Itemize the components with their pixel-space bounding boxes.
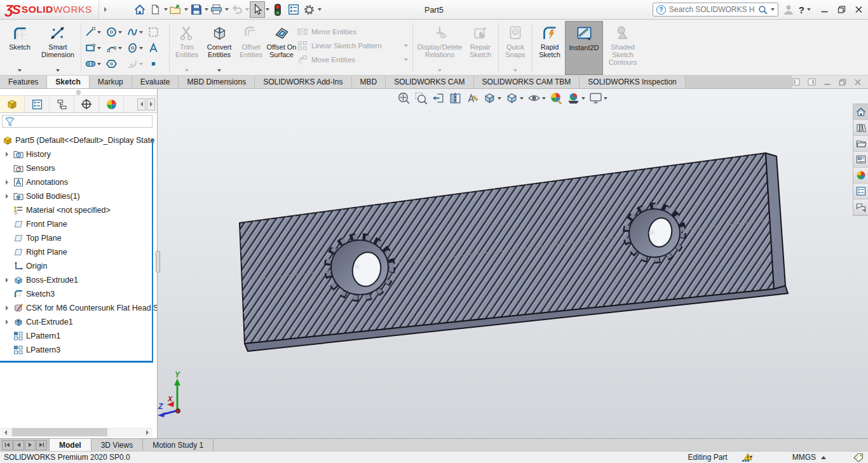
tab-display-manager[interactable] [99, 96, 124, 112]
expand-arrow-icon[interactable] [6, 194, 8, 199]
tab-solidworks-cam[interactable]: SOLIDWORKS CAM [386, 76, 473, 88]
linear-sketch-pattern-caret[interactable] [404, 44, 408, 47]
custom-properties-button[interactable] [853, 184, 868, 199]
appearances-scenes-button[interactable] [853, 168, 868, 184]
design-library-button[interactable] [853, 120, 868, 136]
rebuild-button[interactable] [270, 1, 285, 18]
point-tool[interactable] [146, 56, 167, 72]
display-delete-relations-caret[interactable] [438, 69, 442, 72]
tab-feature-manager[interactable] [0, 96, 25, 112]
tree-item-boss-extrude1[interactable]: Boss-Extrude1 [2, 273, 157, 287]
mirror-entities-button[interactable]: Mirror Entities [297, 27, 410, 37]
rectangle-tool[interactable] [83, 40, 104, 56]
tree-item-history[interactable]: History [2, 147, 157, 161]
home-button[interactable] [132, 1, 147, 18]
last-tab-button[interactable] [36, 440, 47, 450]
open-caret[interactable] [184, 8, 188, 11]
tree-item-sensors[interactable]: Sensors [2, 161, 157, 175]
tree-item-material[interactable]: Material <not specified> [2, 203, 157, 217]
doc-restore-button[interactable] [839, 79, 846, 86]
view-palette-button[interactable] [853, 152, 868, 168]
scrollbar-thumb[interactable] [12, 428, 107, 436]
panel-horizontal-scrollbar[interactable] [1, 427, 153, 437]
quick-snaps-button[interactable]: Quick Snaps [501, 21, 530, 75]
tab-dimxpert-manager[interactable] [74, 96, 99, 112]
select-button[interactable] [250, 1, 265, 18]
minimize-button[interactable] [820, 6, 829, 13]
section-view-button[interactable] [448, 91, 463, 105]
tab-solidworks-cam-tbm[interactable]: SOLIDWORKS CAM TBM [474, 76, 580, 88]
slot-caret[interactable] [97, 63, 101, 65]
dynamic-annotation-views-button[interactable] [465, 91, 480, 105]
expand-arrow-icon[interactable] [6, 278, 8, 283]
units-caret[interactable] [821, 456, 826, 459]
zoom-to-area-button[interactable] [414, 91, 428, 105]
sketch-picture-tool[interactable] [146, 24, 167, 40]
fillet-tool[interactable] [125, 56, 146, 72]
rollback-bar[interactable] [0, 361, 153, 363]
search-icon[interactable] [758, 5, 768, 15]
tab-model[interactable]: Model [50, 439, 92, 451]
first-tab-button[interactable] [2, 440, 13, 450]
rebuild-warning-icon[interactable] [742, 453, 753, 462]
apply-scene-caret[interactable] [581, 97, 585, 100]
move-entities-button[interactable]: Move Entities [297, 55, 410, 65]
line-caret[interactable] [97, 31, 101, 34]
hide-show-items-button[interactable] [527, 91, 546, 105]
trim-entities-button[interactable]: Trim Entities [172, 21, 202, 75]
tree-filter-input[interactable] [2, 115, 153, 128]
expand-arrow-icon[interactable] [6, 305, 8, 311]
save-button[interactable] [189, 1, 204, 18]
offset-entities-button[interactable]: Offset Entities [236, 21, 266, 75]
solidworks-resources-button[interactable] [853, 104, 868, 120]
line-tool[interactable] [83, 24, 104, 40]
spline-tool[interactable] [125, 24, 146, 40]
expand-arrow-icon[interactable] [6, 319, 8, 325]
smart-dimension-caret[interactable] [56, 69, 60, 72]
help-search-box[interactable]: ? [653, 3, 778, 17]
user-account-icon[interactable] [783, 4, 794, 15]
zoom-to-fit-button[interactable] [397, 91, 411, 105]
save-caret[interactable] [205, 8, 208, 11]
view-orientation-button[interactable] [482, 91, 502, 105]
tab-3d-views[interactable]: 3D Views [92, 439, 143, 451]
convert-entities-button[interactable]: Convert Entities [202, 21, 236, 75]
text-tool[interactable] [146, 40, 167, 56]
select-caret[interactable] [266, 8, 269, 11]
sketch-button[interactable]: Sketch [3, 21, 37, 75]
pane-right-button[interactable] [808, 78, 816, 86]
tab-property-manager[interactable] [25, 96, 50, 112]
menu-expand-arrow[interactable] [104, 7, 107, 12]
prev-tab-button[interactable] [13, 440, 24, 450]
tree-item-origin[interactable]: Origin [2, 259, 157, 273]
print-button[interactable] [209, 1, 224, 18]
instant2d-button[interactable]: Instant2D [565, 21, 603, 75]
fm-tabs-scroll-right[interactable] [147, 98, 155, 111]
open-button[interactable] [168, 1, 184, 18]
display-style-caret[interactable] [520, 97, 524, 100]
arc-tool[interactable] [104, 40, 125, 56]
scroll-left-icon[interactable] [1, 427, 11, 437]
fm-tabs-scroll-left[interactable] [137, 98, 146, 111]
undo-caret[interactable] [245, 8, 249, 11]
apply-scene-button[interactable] [566, 91, 586, 105]
ellipse-tool[interactable] [125, 40, 146, 56]
tree-item-right-plane[interactable]: Right Plane [2, 245, 157, 259]
undo-button[interactable] [229, 1, 245, 18]
help-caret[interactable] [807, 8, 811, 11]
tree-item-front-plane[interactable]: Front Plane [2, 217, 157, 231]
tab-solidworks-inspection[interactable]: SOLIDWORKS Inspection [580, 76, 685, 88]
pane-left-button[interactable] [792, 78, 800, 86]
tree-item-annotations[interactable]: Annotations [2, 175, 157, 189]
tag-icon[interactable] [853, 453, 864, 462]
repair-sketch-button[interactable]: Repair Sketch [465, 21, 496, 75]
tab-features[interactable]: Features [0, 76, 47, 88]
tree-item-csk-hole[interactable]: CSK for M6 Countersunk Flat Head S [2, 301, 157, 315]
next-tab-button[interactable] [25, 440, 36, 450]
quick-snaps-caret[interactable] [513, 69, 517, 72]
search-caret[interactable] [771, 8, 775, 11]
new-document-caret[interactable] [164, 8, 168, 11]
tree-item-sketch3[interactable]: Sketch3 [2, 287, 157, 301]
options-caret[interactable] [318, 8, 322, 11]
restore-button[interactable] [837, 6, 846, 13]
